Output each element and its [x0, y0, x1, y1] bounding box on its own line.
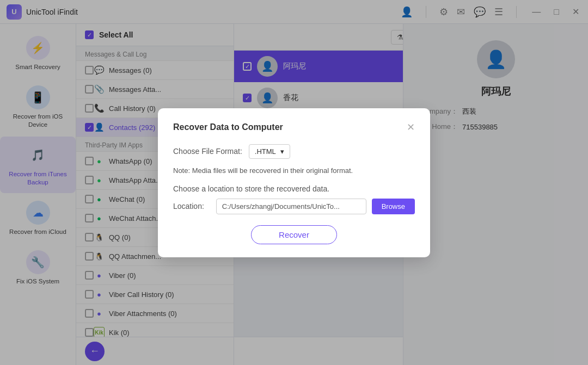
modal-note: Note: Media files will be recovered in t… — [173, 166, 415, 175]
format-dropdown-icon: ▾ — [280, 147, 284, 156]
modal-overlay: Recover Data to Computer ✕ Choose File F… — [0, 0, 588, 365]
modal-close-button[interactable]: ✕ — [407, 121, 415, 133]
recover-modal: Recover Data to Computer ✕ Choose File F… — [158, 108, 430, 257]
format-select[interactable]: .HTML ▾ — [249, 144, 290, 159]
modal-location-label: Choose a location to store the recovered… — [173, 184, 415, 193]
format-value: .HTML — [255, 147, 276, 156]
modal-format-row: Choose File Format: .HTML ▾ — [173, 144, 415, 159]
browse-button[interactable]: Browse — [372, 199, 415, 214]
modal-title: Recover Data to Computer — [173, 122, 283, 132]
modal-recover-button[interactable]: Recover — [251, 225, 337, 244]
modal-location-field-label: Location: — [173, 202, 204, 211]
modal-format-label: Choose File Format: — [173, 147, 242, 156]
location-input[interactable] — [216, 199, 366, 214]
modal-header: Recover Data to Computer ✕ — [173, 121, 415, 133]
modal-location-row: Location: Browse — [173, 199, 415, 214]
